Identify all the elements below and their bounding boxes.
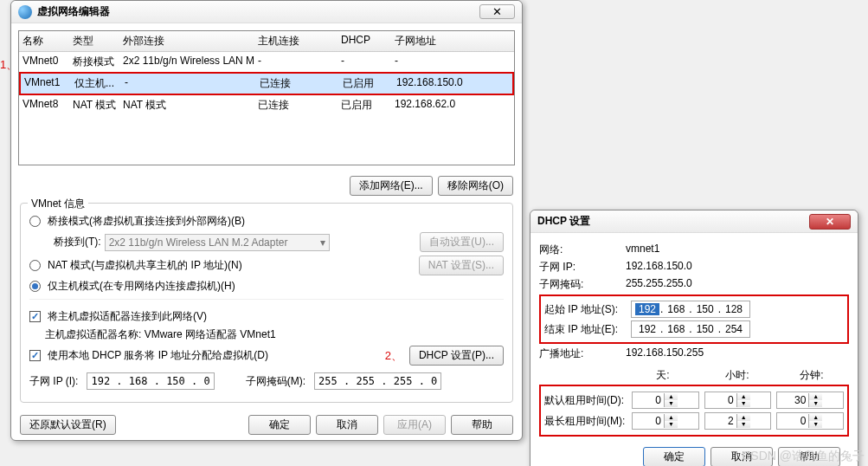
ip-octet[interactable]: 150 bbox=[693, 303, 717, 315]
start-ip-label: 起始 IP 地址(S): bbox=[544, 302, 631, 317]
watermark: CSDN @诰鸟鱼的兔子 bbox=[742, 449, 865, 464]
spin-up-icon[interactable]: ▲ bbox=[809, 414, 822, 421]
cell: - bbox=[121, 74, 256, 94]
ip-octet[interactable]: 168 bbox=[664, 323, 688, 335]
vmnet-info-group: VMnet 信息 桥接模式(将虚拟机直接连接到外部网络)(B) 桥接到(T): … bbox=[20, 203, 513, 403]
bridged-radio-row[interactable]: 桥接模式(将虚拟机直接连接到外部网络)(B) bbox=[29, 214, 504, 229]
adapter-name-text: 主机虚拟适配器名称: VMware 网络适配器 VMnet1 bbox=[45, 327, 276, 342]
max-lease-label: 最长租用时间(M): bbox=[544, 414, 627, 429]
spinner-input[interactable] bbox=[777, 415, 808, 427]
ip-octet[interactable]: 128 bbox=[722, 303, 746, 315]
spin-up-icon[interactable]: ▲ bbox=[665, 414, 678, 421]
table-body: VMnet0 桥接模式 2x2 11b/g/n Wireless LAN M..… bbox=[19, 52, 514, 165]
ok-button[interactable]: 确定 bbox=[248, 415, 311, 435]
cell: NAT 模式 bbox=[119, 95, 254, 115]
default-hours-spinner[interactable]: ▲▼ bbox=[704, 392, 772, 409]
connect-adapter-checkbox[interactable] bbox=[29, 311, 41, 322]
hours-header: 小时: bbox=[700, 368, 775, 383]
add-network-button[interactable]: 添加网络(E)... bbox=[350, 176, 433, 196]
cell: VMnet1 bbox=[21, 74, 71, 94]
table-row[interactable]: VMnet0 桥接模式 2x2 11b/g/n Wireless LAN M..… bbox=[19, 52, 514, 72]
spin-down-icon[interactable]: ▼ bbox=[737, 400, 750, 407]
checkbox-label: 将主机虚拟适配器连接到此网络(V) bbox=[48, 309, 207, 324]
nat-radio-row[interactable]: NAT 模式(与虚拟机共享主机的 IP 地址)(N) NAT 设置(S)... bbox=[29, 256, 504, 275]
close-button[interactable]: ✕ bbox=[809, 214, 851, 230]
remove-network-button[interactable]: 移除网络(O) bbox=[438, 176, 513, 196]
ip-range-highlight: 起始 IP 地址(S): 192. 168. 150. 128 结束 IP 地址… bbox=[539, 294, 849, 344]
help-button[interactable]: 帮助 bbox=[451, 415, 513, 435]
titlebar[interactable]: 虚拟网络编辑器 ✕ bbox=[11, 1, 522, 23]
ip-octet[interactable]: 254 bbox=[722, 323, 746, 335]
end-ip-field[interactable]: 192. 168. 150. 254 bbox=[631, 320, 750, 338]
ip-octet[interactable]: 168 bbox=[664, 303, 688, 315]
spin-down-icon[interactable]: ▼ bbox=[737, 421, 750, 428]
hostonly-radio-row[interactable]: 仅主机模式(在专用网络内连接虚拟机)(H) bbox=[29, 279, 504, 294]
close-button[interactable]: ✕ bbox=[479, 4, 515, 19]
spinner-input[interactable] bbox=[705, 394, 736, 406]
spinner-input[interactable] bbox=[633, 415, 664, 427]
cell: 桥接模式 bbox=[69, 52, 119, 72]
spin-up-icon[interactable]: ▲ bbox=[809, 393, 822, 400]
spinner-input[interactable] bbox=[633, 394, 664, 406]
bridged-to-select: 2x2 11b/g/n Wireless LAN M.2 Adapter bbox=[105, 234, 330, 251]
dhcp-settings-button[interactable]: DHCP 设置(P)... bbox=[409, 346, 504, 366]
spinner-input[interactable] bbox=[705, 415, 736, 427]
auto-settings-button: 自动设置(U)... bbox=[420, 232, 504, 252]
col-host[interactable]: 主机连接 bbox=[254, 31, 338, 51]
max-days-spinner[interactable]: ▲▼ bbox=[632, 412, 699, 430]
vmnet-table: 名称 类型 外部连接 主机连接 DHCP 子网地址 VMnet0 桥接模式 2x… bbox=[18, 30, 515, 165]
connect-adapter-row[interactable]: 将主机虚拟适配器连接到此网络(V) bbox=[29, 309, 504, 324]
col-type[interactable]: 类型 bbox=[69, 31, 119, 51]
subnet-ip-field[interactable]: 192 . 168 . 150 . 0 bbox=[87, 372, 214, 390]
ip-octet[interactable]: 150 bbox=[693, 323, 717, 335]
radio-bridged[interactable] bbox=[29, 216, 41, 227]
spin-down-icon[interactable]: ▼ bbox=[665, 421, 678, 428]
minutes-header: 分钟: bbox=[775, 368, 849, 383]
group-title: VMnet 信息 bbox=[28, 197, 88, 211]
ip-octet[interactable]: 192 bbox=[635, 323, 659, 335]
table-row[interactable]: VMnet8 NAT 模式 NAT 模式 已连接 已启用 192.168.62.… bbox=[19, 95, 514, 115]
titlebar[interactable]: DHCP 设置 ✕ bbox=[530, 210, 858, 233]
cell: 已连接 bbox=[254, 95, 338, 115]
cell: 192.168.150.0 bbox=[393, 74, 512, 94]
default-days-spinner[interactable]: ▲▼ bbox=[632, 392, 699, 409]
dhcp-settings-window: DHCP 设置 ✕ 网络:vmnet1 子网 IP:192.168.150.0 … bbox=[530, 210, 858, 466]
ok-button[interactable]: 确定 bbox=[643, 447, 705, 466]
spin-down-icon[interactable]: ▼ bbox=[809, 421, 822, 428]
col-name[interactable]: 名称 bbox=[19, 31, 69, 51]
col-dhcp[interactable]: DHCP bbox=[338, 31, 391, 51]
nat-settings-button: NAT 设置(S)... bbox=[419, 256, 504, 275]
cell: VMnet0 bbox=[19, 52, 69, 72]
subnet-mask-field[interactable]: 255 . 255 . 255 . 0 bbox=[314, 372, 441, 390]
use-dhcp-checkbox[interactable] bbox=[29, 350, 41, 361]
cell: - bbox=[254, 52, 338, 72]
radio-nat[interactable] bbox=[29, 260, 41, 271]
max-hours-spinner[interactable]: ▲▼ bbox=[704, 412, 772, 430]
use-dhcp-row[interactable]: 使用本地 DHCP 服务将 IP 地址分配给虚拟机(D) 2、 DHCP 设置(… bbox=[29, 346, 504, 366]
annotation-2: 2、 bbox=[385, 348, 402, 364]
default-minutes-spinner[interactable]: ▲▼ bbox=[776, 392, 844, 409]
apply-button: 应用(A) bbox=[383, 415, 446, 435]
max-minutes-spinner[interactable]: ▲▼ bbox=[776, 412, 844, 430]
spin-down-icon[interactable]: ▼ bbox=[809, 400, 822, 407]
ip-octet[interactable]: 192 bbox=[635, 303, 659, 315]
spin-up-icon[interactable]: ▲ bbox=[737, 414, 750, 421]
col-ext[interactable]: 外部连接 bbox=[119, 31, 254, 51]
default-lease-label: 默认租用时间(D): bbox=[544, 393, 627, 408]
start-ip-field[interactable]: 192. 168. 150. 128 bbox=[631, 301, 750, 318]
spinner-input[interactable] bbox=[777, 394, 808, 406]
restore-defaults-button[interactable]: 还原默认设置(R) bbox=[20, 415, 116, 435]
subnet-ip-label: 子网 IP (I): bbox=[29, 374, 78, 389]
cancel-button[interactable]: 取消 bbox=[316, 415, 378, 435]
table-row-selected[interactable]: VMnet1 仅主机... - 已连接 已启用 192.168.150.0 bbox=[19, 72, 514, 95]
spin-up-icon[interactable]: ▲ bbox=[665, 393, 678, 400]
cell: 已启用 bbox=[339, 74, 393, 94]
radio-hostonly[interactable] bbox=[29, 281, 41, 292]
spin-up-icon[interactable]: ▲ bbox=[737, 393, 750, 400]
window-title: DHCP 设置 bbox=[537, 214, 809, 229]
mask-label: 子网掩码: bbox=[539, 277, 626, 292]
spin-down-icon[interactable]: ▼ bbox=[665, 400, 678, 407]
col-subnet[interactable]: 子网地址 bbox=[391, 31, 514, 51]
lease-highlight: 默认租用时间(D): ▲▼ ▲▼ ▲▼ 最长租用时间(M): ▲▼ ▲▼ ▲▼ bbox=[539, 385, 849, 437]
net-value: vmnet1 bbox=[626, 243, 659, 257]
